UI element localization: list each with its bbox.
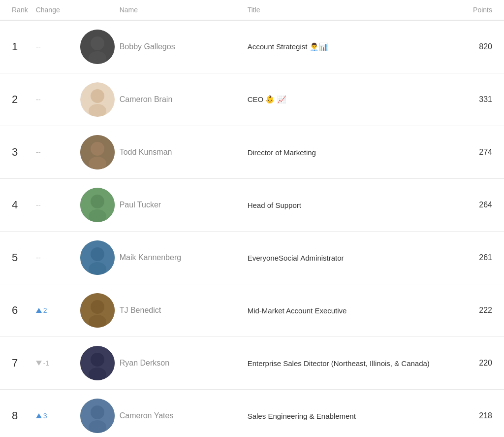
table-row: 2--Cameron BrainCEO 👶 📈331 [0, 73, 504, 126]
title-cell: Enterprise Sales Ditector (Northeast, Il… [248, 337, 462, 390]
change-cell: 2 [36, 284, 80, 337]
points-cell: 220 [462, 337, 504, 390]
points-cell: 820 [462, 20, 504, 73]
change-cell: 3 [36, 390, 80, 437]
header-rank: Rank [0, 0, 36, 20]
avatar-cell [80, 232, 120, 284]
title-cell: Sales Engineering & Enablement [248, 390, 462, 437]
points-cell: 331 [462, 73, 504, 126]
avatar-cell [80, 20, 120, 73]
points-cell: 222 [462, 284, 504, 337]
avatar [80, 188, 115, 222]
header-change: Change [36, 0, 80, 20]
svg-point-23 [91, 405, 104, 419]
change-neutral-indicator: -- [36, 148, 41, 156]
name-cell: TJ Benedict [120, 284, 248, 337]
change-value: 3 [43, 412, 47, 420]
avatar [80, 240, 115, 275]
rank-cell: 1 [0, 20, 36, 73]
change-cell: -1 [36, 337, 80, 390]
svg-point-20 [91, 353, 104, 367]
title-cell: CEO 👶 📈 [248, 73, 462, 126]
svg-point-2 [91, 36, 104, 50]
table-row: 1--Bobby GallegosAccount Strategist 👨‍💼📊… [0, 20, 504, 73]
change-cell: -- [36, 126, 80, 179]
avatar-cell [80, 390, 120, 437]
svg-point-5 [91, 89, 104, 103]
name-cell: Cameron Yates [120, 390, 248, 437]
change-neutral-indicator: -- [36, 253, 41, 262]
header-name: Name [120, 0, 248, 20]
rank-cell: 2 [0, 73, 36, 126]
rank-cell: 3 [0, 126, 36, 179]
change-neutral-indicator: -- [36, 201, 41, 209]
title-cell: Head of Support [248, 179, 462, 232]
table-header-row: Rank Change Name Title Points [0, 0, 504, 20]
header-points: Points [462, 0, 504, 20]
table-row: 62TJ BenedictMid-Market Account Executiv… [0, 284, 504, 337]
arrow-up-icon [36, 308, 42, 313]
change-value: 2 [43, 306, 47, 314]
avatar-cell [80, 73, 120, 126]
svg-point-14 [91, 247, 104, 261]
avatar [80, 135, 115, 169]
avatar-cell [80, 179, 120, 232]
table-row: 5--Maik KannenbergEveryoneSocial Adminis… [0, 232, 504, 284]
points-cell: 218 [462, 390, 504, 437]
rank-cell: 7 [0, 337, 36, 390]
arrow-down-icon [36, 361, 42, 366]
avatar [80, 399, 115, 433]
points-cell: 264 [462, 179, 504, 232]
avatar [80, 30, 115, 64]
change-cell: -- [36, 73, 80, 126]
svg-point-11 [91, 195, 104, 208]
name-cell: Todd Kunsman [120, 126, 248, 179]
leaderboard-table: Rank Change Name Title Points 1--Bobby G… [0, 0, 504, 437]
table-row: 4--Paul TuckerHead of Support264 [0, 179, 504, 232]
title-cell: Account Strategist 👨‍💼📊 [248, 20, 462, 73]
change-up-indicator: 2 [36, 306, 72, 314]
rank-cell: 5 [0, 232, 36, 284]
table-row: 83Cameron YatesSales Engineering & Enabl… [0, 390, 504, 437]
svg-point-17 [91, 300, 104, 314]
title-cell: EveryoneSocial Administrator [248, 232, 462, 284]
avatar [80, 293, 115, 328]
title-cell: Director of Marketing [248, 126, 462, 179]
points-cell: 274 [462, 126, 504, 179]
name-cell: Cameron Brain [120, 73, 248, 126]
name-cell: Paul Tucker [120, 179, 248, 232]
name-cell: Bobby Gallegos [120, 20, 248, 73]
change-neutral-indicator: -- [36, 95, 41, 103]
rank-cell: 6 [0, 284, 36, 337]
rank-cell: 4 [0, 179, 36, 232]
change-cell: -- [36, 232, 80, 284]
avatar [80, 82, 115, 117]
rank-cell: 8 [0, 390, 36, 437]
table-row: 3--Todd KunsmanDirector of Marketing274 [0, 126, 504, 179]
change-cell: -- [36, 179, 80, 232]
avatar-cell [80, 337, 120, 390]
points-cell: 261 [462, 232, 504, 284]
change-down-indicator: -1 [36, 359, 72, 367]
avatar-cell [80, 126, 120, 179]
name-cell: Ryan Derkson [120, 337, 248, 390]
avatar [80, 346, 115, 380]
avatar-cell [80, 284, 120, 337]
table-row: 7-1Ryan DerksonEnterprise Sales Ditector… [0, 337, 504, 390]
change-cell: -- [36, 20, 80, 73]
change-up-indicator: 3 [36, 412, 72, 420]
change-neutral-indicator: -- [36, 42, 41, 51]
title-cell: Mid-Market Account Executive [248, 284, 462, 337]
name-cell: Maik Kannenberg [120, 232, 248, 284]
arrow-up-icon [36, 413, 42, 418]
svg-point-8 [91, 142, 104, 156]
change-value: -1 [43, 359, 49, 367]
header-title: Title [248, 0, 462, 20]
